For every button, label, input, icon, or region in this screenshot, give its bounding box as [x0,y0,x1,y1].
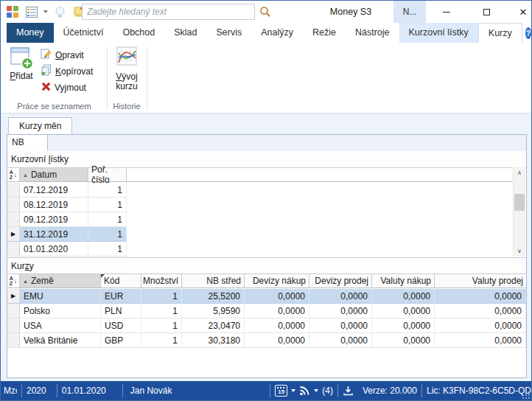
cell-valuty-nakup: 0,0000 [372,289,435,304]
status-date[interactable]: 01.01.2020 [62,386,106,396]
feed-count: (4) [322,386,333,396]
tab-kurzy-men[interactable]: Kurzy měn [8,117,72,134]
opravit-button[interactable]: Opravit [41,47,104,63]
column-header-nb-stred[interactable]: NB střed [182,274,245,287]
ribbon-tab-servis[interactable]: Servis [206,23,251,43]
cell-zeme: EMU [20,289,101,304]
kurz-row[interactable]: Velká Británie GBP 1 30,3180 0,0000 0,00… [7,333,526,348]
column-header-kod[interactable]: Kód [101,274,141,287]
search-input[interactable] [82,4,255,20]
cell-cislo: 1 [88,212,127,227]
cell-datum: 09.12.2019 [20,212,88,227]
cell-mnozstvi: 1 [141,333,182,348]
document-area: Kurzy měn NB Kurzovní lístky AZ↓ ▲ Datum… [1,114,531,381]
cell-mnozstvi: 1 [141,304,182,318]
listek-row-selected[interactable]: ▶ 31.12.2019 1 [7,227,127,242]
download-icon[interactable] [343,386,354,396]
ribbon-tab-obchod[interactable]: Obchod [113,23,164,43]
ribbon-tab-kurzy[interactable]: Kurzy [478,23,522,43]
cell-devizy-prodej: 0,0000 [309,333,372,348]
calendar-dropdown-icon[interactable] [291,389,295,392]
cell-zeme: USA [20,318,101,333]
ribbon-tab-sklad[interactable]: Sklad [164,23,206,43]
rss-feed-icon[interactable] [299,386,310,396]
column-header-zeme[interactable]: ▲ Země [20,274,101,287]
sort-az-button[interactable]: AZ↓ [7,274,20,287]
ribbon-tab-money[interactable]: Money [7,23,54,43]
ribbon-tab-rezie[interactable]: Režie [303,23,346,43]
kurz-row[interactable]: Polsko PLN 1 5,9590 0,0000 0,0000 0,0000… [7,304,526,318]
status-bar: Mzc 2020 01.01.2020 Jan Novák 15 (4) Ver… [1,381,531,400]
listek-row[interactable]: 09.12.2019 1 [7,212,127,227]
kurzy-table-header: AZ↓ ▲ Země Kód Množství NB střed Devizy … [7,273,526,288]
cell-datum: 07.12.2019 [20,183,88,198]
sort-az-button[interactable]: AZ↓ [7,168,20,181]
scroll-down-button[interactable]: ∨ [514,245,525,257]
ribbon-tab-ucetnictvi[interactable]: Účetnictví [54,23,113,43]
status-year[interactable]: 2020 [27,386,46,396]
column-header-devizy-nakup[interactable]: Devizy nákup [245,274,309,287]
pridat-button[interactable]: Přidat [4,45,38,100]
cell-devizy-prodej: 0,0000 [309,318,372,333]
cell-zeme: Velká Británie [20,333,101,348]
help-icon[interactable]: ? [525,27,531,39]
listky-vertical-scrollbar[interactable]: ∧ ∨ [513,167,525,257]
cell-kod: USD [101,318,141,333]
cell-valuty-nakup: 0,0000 [372,333,435,348]
money-s3-window: Money S3 N... ✕ Money Účetnictví Obchod … [0,0,532,401]
agenda-list-icon[interactable] [24,4,39,19]
agenda-list-dropdown-icon[interactable] [43,10,48,13]
kurzy-men-panel: NB Kurzovní lístky AZ↓ ▲ Datum Poř. čísl… [7,134,527,378]
ribbon-tab-analyzy[interactable]: Analýzy [251,23,303,43]
cell-mnozstvi: 1 [141,289,182,304]
minimize-icon [443,12,450,13]
tip-bulb-icon[interactable] [52,4,67,19]
listky-table-header: AZ↓ ▲ Datum Poř. číslo [7,167,526,182]
vyvoj-kurzu-button[interactable]: Vývoj kurzu [111,45,143,100]
calendar-icon[interactable]: 15 [275,385,287,397]
status-user[interactable]: Jan Novák [130,386,172,396]
row-marker-cell [7,183,20,198]
cell-datum: 08.12.2019 [20,198,88,212]
status-version: Verze: 20.000 [363,386,417,396]
notification-tab[interactable]: N... [393,1,426,23]
tab-nb[interactable]: NB [7,135,48,151]
kurz-row-selected[interactable]: ▶ EMU EUR 1 25,5200 0,0000 0,0000 0,0000… [7,289,526,304]
rss-dropdown-icon[interactable] [314,389,318,392]
search-icon[interactable] [259,6,271,21]
close-button[interactable]: ✕ [506,1,532,23]
column-header-mnozstvi[interactable]: Množství [141,274,182,287]
title-bar: Money S3 N... ✕ [1,1,531,23]
column-header-valuty-prodej[interactable]: Valuty prodej [435,274,526,287]
column-header-por-cislo[interactable]: Poř. číslo [88,168,127,181]
resize-grip[interactable] [522,391,530,399]
scrollbar-thumb[interactable] [514,194,525,211]
column-header-valuty-nakup[interactable]: Valuty nákup [372,274,435,287]
status-agenda[interactable]: Mzc [4,386,17,396]
listek-row[interactable]: 07.12.2019 1 [7,183,127,198]
column-header-devizy-prodej[interactable]: Devizy prodej [309,274,372,287]
copy-icon [41,64,52,78]
ribbon-tab-nastroje[interactable]: Nástroje [346,23,399,43]
kopirovat-button[interactable]: Kopírovat [41,63,104,79]
row-marker-cell [7,198,20,212]
money-logo-icon[interactable] [5,4,20,19]
column-header-datum[interactable]: ▲ Datum [20,168,88,181]
status-separator [57,384,57,397]
subtab-row: NB [7,135,526,151]
ribbon-body: Přidat Opravit Kopírovat Vyjmout Práce s… [1,43,531,114]
scroll-up-button[interactable]: ∧ [514,167,525,178]
cell-devizy-prodej: 0,0000 [309,304,372,318]
kurz-row[interactable]: USA USD 1 23,0470 0,0000 0,0000 0,0000 0… [7,318,526,333]
listek-row[interactable]: 08.12.2019 1 [7,198,127,212]
kopirovat-label: Kopírovat [55,66,93,77]
listek-row[interactable]: 01.01.2020 1 [7,242,127,257]
minimize-button[interactable] [430,1,463,23]
maximize-button[interactable] [469,1,503,23]
vyjmout-button[interactable]: Vyjmout [41,80,104,95]
section-title-kurzy: Kurzy [7,257,526,273]
ribbon-tab-bar: Money Účetnictví Obchod Sklad Servis Ana… [1,23,531,43]
cell-valuty-nakup: 0,0000 [372,318,435,333]
window-title: Money S3 [310,1,391,23]
cell-devizy-nakup: 0,0000 [245,333,309,348]
